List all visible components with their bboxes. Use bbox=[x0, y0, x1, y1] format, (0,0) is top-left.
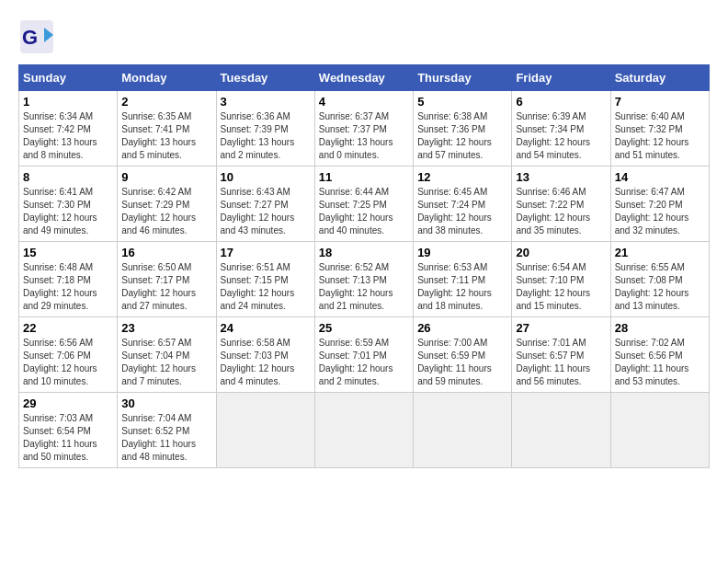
day-info: Sunrise: 6:55 AM Sunset: 7:08 PM Dayligh… bbox=[615, 261, 705, 313]
day-info: Sunrise: 6:54 AM Sunset: 7:10 PM Dayligh… bbox=[516, 261, 606, 313]
weekday-header-wednesday: Wednesday bbox=[314, 65, 413, 91]
day-info: Sunrise: 6:38 AM Sunset: 7:36 PM Dayligh… bbox=[417, 110, 507, 162]
calendar-cell: 15Sunrise: 6:48 AM Sunset: 7:18 PM Dayli… bbox=[19, 242, 118, 317]
day-number: 27 bbox=[516, 321, 606, 335]
page-header: G bbox=[18, 18, 710, 55]
day-number: 8 bbox=[23, 170, 113, 184]
day-info: Sunrise: 6:39 AM Sunset: 7:34 PM Dayligh… bbox=[516, 110, 606, 162]
svg-text:G: G bbox=[22, 26, 38, 49]
day-info: Sunrise: 6:44 AM Sunset: 7:25 PM Dayligh… bbox=[319, 186, 409, 237]
calendar-cell: 9Sunrise: 6:42 AM Sunset: 7:29 PM Daylig… bbox=[118, 167, 216, 242]
weekday-header-monday: Monday bbox=[118, 65, 216, 91]
calendar-cell bbox=[314, 393, 413, 468]
calendar-cell: 6Sunrise: 6:39 AM Sunset: 7:34 PM Daylig… bbox=[512, 91, 610, 167]
day-number: 1 bbox=[23, 95, 113, 109]
day-number: 7 bbox=[615, 95, 705, 109]
calendar-cell: 14Sunrise: 6:47 AM Sunset: 7:20 PM Dayli… bbox=[610, 167, 709, 242]
calendar-cell: 5Sunrise: 6:38 AM Sunset: 7:36 PM Daylig… bbox=[414, 91, 512, 167]
weekday-header-tuesday: Tuesday bbox=[216, 65, 314, 91]
calendar-cell: 20Sunrise: 6:54 AM Sunset: 7:10 PM Dayli… bbox=[512, 242, 610, 317]
day-info: Sunrise: 6:59 AM Sunset: 7:01 PM Dayligh… bbox=[319, 337, 409, 388]
day-info: Sunrise: 6:46 AM Sunset: 7:22 PM Dayligh… bbox=[516, 186, 606, 237]
day-number: 9 bbox=[121, 170, 211, 184]
calendar-cell: 22Sunrise: 6:56 AM Sunset: 7:06 PM Dayli… bbox=[19, 317, 118, 393]
calendar-cell: 8Sunrise: 6:41 AM Sunset: 7:30 PM Daylig… bbox=[19, 167, 118, 242]
day-info: Sunrise: 6:53 AM Sunset: 7:11 PM Dayligh… bbox=[417, 261, 507, 313]
day-number: 4 bbox=[319, 95, 409, 109]
logo-icon: G bbox=[18, 18, 55, 55]
day-info: Sunrise: 6:50 AM Sunset: 7:17 PM Dayligh… bbox=[121, 261, 211, 313]
day-info: Sunrise: 6:36 AM Sunset: 7:39 PM Dayligh… bbox=[221, 110, 311, 162]
day-number: 22 bbox=[23, 321, 113, 335]
calendar-cell: 23Sunrise: 6:57 AM Sunset: 7:04 PM Dayli… bbox=[118, 317, 216, 393]
calendar-cell: 25Sunrise: 6:59 AM Sunset: 7:01 PM Dayli… bbox=[314, 317, 413, 393]
day-number: 24 bbox=[221, 321, 311, 335]
day-info: Sunrise: 7:01 AM Sunset: 6:57 PM Dayligh… bbox=[516, 337, 606, 388]
day-number: 29 bbox=[23, 396, 113, 410]
day-number: 15 bbox=[23, 246, 113, 259]
day-number: 26 bbox=[417, 321, 507, 335]
calendar-week-1: 8Sunrise: 6:41 AM Sunset: 7:30 PM Daylig… bbox=[19, 167, 710, 242]
calendar-cell: 2Sunrise: 6:35 AM Sunset: 7:41 PM Daylig… bbox=[118, 91, 216, 167]
calendar-cell: 21Sunrise: 6:55 AM Sunset: 7:08 PM Dayli… bbox=[610, 242, 709, 317]
calendar-cell: 12Sunrise: 6:45 AM Sunset: 7:24 PM Dayli… bbox=[414, 167, 512, 242]
weekday-header-saturday: Saturday bbox=[610, 65, 709, 91]
day-number: 2 bbox=[121, 95, 211, 109]
day-number: 30 bbox=[121, 396, 211, 410]
day-info: Sunrise: 6:40 AM Sunset: 7:32 PM Dayligh… bbox=[615, 110, 705, 162]
day-info: Sunrise: 6:42 AM Sunset: 7:29 PM Dayligh… bbox=[121, 186, 211, 237]
calendar-week-3: 22Sunrise: 6:56 AM Sunset: 7:06 PM Dayli… bbox=[19, 317, 710, 393]
day-number: 11 bbox=[319, 170, 409, 184]
calendar-cell bbox=[216, 393, 314, 468]
calendar-cell: 28Sunrise: 7:02 AM Sunset: 6:56 PM Dayli… bbox=[610, 317, 709, 393]
calendar-table: SundayMondayTuesdayWednesdayThursdayFrid… bbox=[18, 64, 710, 468]
calendar-cell: 24Sunrise: 6:58 AM Sunset: 7:03 PM Dayli… bbox=[216, 317, 314, 393]
calendar-cell: 18Sunrise: 6:52 AM Sunset: 7:13 PM Dayli… bbox=[314, 242, 413, 317]
day-number: 19 bbox=[417, 246, 507, 259]
calendar-cell: 30Sunrise: 7:04 AM Sunset: 6:52 PM Dayli… bbox=[118, 393, 216, 468]
day-number: 14 bbox=[615, 170, 705, 184]
day-number: 6 bbox=[516, 95, 606, 109]
day-number: 20 bbox=[516, 246, 606, 259]
day-info: Sunrise: 7:00 AM Sunset: 6:59 PM Dayligh… bbox=[417, 337, 507, 388]
calendar-cell: 16Sunrise: 6:50 AM Sunset: 7:17 PM Dayli… bbox=[118, 242, 216, 317]
day-info: Sunrise: 7:02 AM Sunset: 6:56 PM Dayligh… bbox=[615, 337, 705, 388]
calendar-week-0: 1Sunrise: 6:34 AM Sunset: 7:42 PM Daylig… bbox=[19, 91, 710, 167]
calendar-cell: 27Sunrise: 7:01 AM Sunset: 6:57 PM Dayli… bbox=[512, 317, 610, 393]
day-info: Sunrise: 6:52 AM Sunset: 7:13 PM Dayligh… bbox=[319, 261, 409, 313]
day-number: 5 bbox=[417, 95, 507, 109]
day-number: 23 bbox=[121, 321, 211, 335]
day-info: Sunrise: 6:34 AM Sunset: 7:42 PM Dayligh… bbox=[23, 110, 113, 162]
day-number: 25 bbox=[319, 321, 409, 335]
day-number: 18 bbox=[319, 246, 409, 259]
day-info: Sunrise: 6:41 AM Sunset: 7:30 PM Dayligh… bbox=[23, 186, 113, 237]
calendar-week-2: 15Sunrise: 6:48 AM Sunset: 7:18 PM Dayli… bbox=[19, 242, 710, 317]
day-number: 10 bbox=[221, 170, 311, 184]
day-number: 3 bbox=[221, 95, 311, 109]
weekday-header-thursday: Thursday bbox=[414, 65, 512, 91]
calendar-cell: 1Sunrise: 6:34 AM Sunset: 7:42 PM Daylig… bbox=[19, 91, 118, 167]
day-info: Sunrise: 6:56 AM Sunset: 7:06 PM Dayligh… bbox=[23, 337, 113, 388]
day-number: 16 bbox=[121, 246, 211, 259]
calendar-cell: 29Sunrise: 7:03 AM Sunset: 6:54 PM Dayli… bbox=[19, 393, 118, 468]
day-info: Sunrise: 7:04 AM Sunset: 6:52 PM Dayligh… bbox=[121, 412, 211, 464]
logo: G bbox=[18, 18, 61, 55]
day-info: Sunrise: 7:03 AM Sunset: 6:54 PM Dayligh… bbox=[23, 412, 113, 464]
day-info: Sunrise: 6:58 AM Sunset: 7:03 PM Dayligh… bbox=[221, 337, 311, 388]
calendar-cell: 11Sunrise: 6:44 AM Sunset: 7:25 PM Dayli… bbox=[314, 167, 413, 242]
day-info: Sunrise: 6:37 AM Sunset: 7:37 PM Dayligh… bbox=[319, 110, 409, 162]
calendar-week-4: 29Sunrise: 7:03 AM Sunset: 6:54 PM Dayli… bbox=[19, 393, 710, 468]
calendar-cell: 3Sunrise: 6:36 AM Sunset: 7:39 PM Daylig… bbox=[216, 91, 314, 167]
day-number: 21 bbox=[615, 246, 705, 259]
calendar-cell: 19Sunrise: 6:53 AM Sunset: 7:11 PM Dayli… bbox=[414, 242, 512, 317]
day-info: Sunrise: 6:47 AM Sunset: 7:20 PM Dayligh… bbox=[615, 186, 705, 237]
calendar-cell: 4Sunrise: 6:37 AM Sunset: 7:37 PM Daylig… bbox=[314, 91, 413, 167]
day-info: Sunrise: 6:35 AM Sunset: 7:41 PM Dayligh… bbox=[121, 110, 211, 162]
calendar-cell bbox=[414, 393, 512, 468]
calendar-cell: 7Sunrise: 6:40 AM Sunset: 7:32 PM Daylig… bbox=[610, 91, 709, 167]
day-number: 12 bbox=[417, 170, 507, 184]
day-number: 13 bbox=[516, 170, 606, 184]
calendar-cell: 17Sunrise: 6:51 AM Sunset: 7:15 PM Dayli… bbox=[216, 242, 314, 317]
day-number: 17 bbox=[221, 246, 311, 259]
day-info: Sunrise: 6:45 AM Sunset: 7:24 PM Dayligh… bbox=[417, 186, 507, 237]
